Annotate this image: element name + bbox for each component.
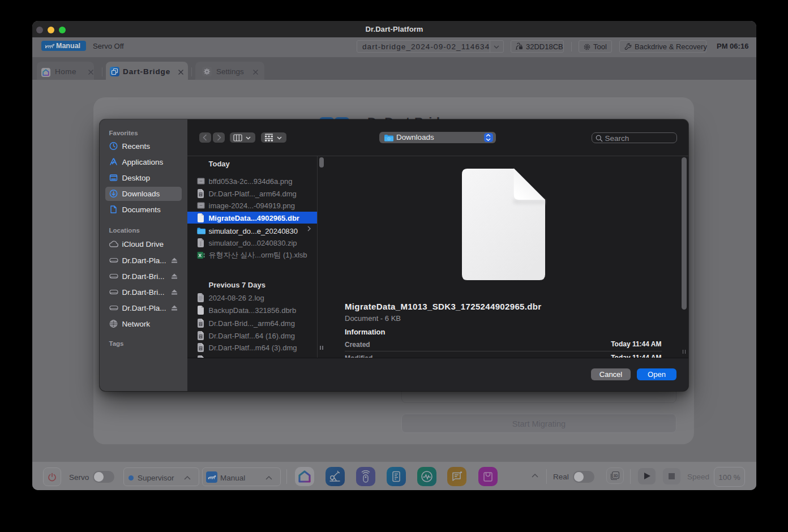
- svg-text:3D: 3D: [613, 474, 618, 478]
